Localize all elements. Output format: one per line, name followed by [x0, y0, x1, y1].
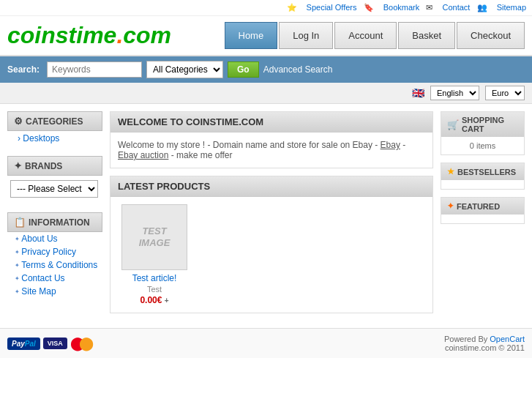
add-to-cart-icon[interactable]: + — [165, 297, 169, 305]
bestsellers-header: ★ BESTSELLERS — [441, 163, 524, 180]
payment-icons: PayPal VISA ⬤⬤ — [7, 335, 94, 351]
product-link[interactable]: Test article! — [132, 273, 177, 283]
categories-section: ⚙ CATEGORIES Desktops — [7, 111, 102, 146]
cart-section: 🛒 SHOPPING CART 0 items — [441, 111, 525, 155]
content: WELCOME TO COINSTIME.COM Welcome to my s… — [110, 111, 433, 321]
welcome-body: Welcome to my store ! - Domain name and … — [110, 133, 432, 168]
footer-right: Powered By OpenCart coinstime.com © 2011 — [444, 335, 525, 352]
information-title: 📋 INFORMATION — [7, 212, 102, 232]
welcome-text: Welcome to my store ! - Domain name and … — [118, 140, 381, 150]
welcome-text3: - make me offer — [171, 150, 233, 160]
search-input[interactable] — [47, 61, 142, 78]
bestsellers-body — [441, 180, 524, 189]
test-image-text: TESTIMAGE — [136, 223, 173, 251]
copyright-text: coinstime.com © 2011 — [445, 343, 525, 352]
latest-products-section: LATEST PRODUCTS TESTIMAGE Test article! … — [110, 176, 433, 313]
ebay-auction-link[interactable]: Ebay auction — [118, 150, 168, 160]
opencart-link[interactable]: OpenCart — [490, 335, 525, 343]
contact-link[interactable]: Contact — [442, 3, 470, 12]
welcome-section: WELCOME TO COINSTIME.COM Welcome to my s… — [110, 111, 433, 168]
right-sidebar: 🛒 SHOPPING CART 0 items ★ BESTSELLERS ✦ … — [441, 111, 525, 321]
logo-dot: . — [116, 22, 123, 48]
login-button[interactable]: Log In — [279, 22, 333, 49]
info-icon: 📋 — [14, 217, 26, 228]
featured-header: ✦ FEATURED — [441, 198, 524, 215]
contact-us-link[interactable]: Contact Us — [7, 272, 102, 285]
sitemap-link[interactable]: Sitemap — [497, 3, 526, 12]
left-sidebar: ⚙ CATEGORIES Desktops ✦ BRANDS --- Pleas… — [7, 111, 102, 321]
advanced-search-link[interactable]: Advanced Search — [263, 64, 333, 75]
logo-com: com — [123, 22, 171, 48]
about-us-item: About Us — [7, 232, 102, 245]
basket-button[interactable]: Basket — [398, 22, 455, 49]
currency-select[interactable]: Euro — [485, 86, 525, 100]
featured-section: ✦ FEATURED — [441, 197, 525, 224]
ebay-link[interactable]: Ebay — [381, 140, 400, 150]
special-offers-link[interactable]: Special Offers — [307, 3, 357, 12]
product-price: 0.00€ + — [118, 295, 191, 305]
star-icon: ★ — [447, 167, 454, 176]
footer: PayPal VISA ⬤⬤ Powered By OpenCart coins… — [0, 328, 532, 358]
product-image: TESTIMAGE — [121, 204, 187, 270]
brands-section: ✦ BRANDS --- Please Select --- — [7, 156, 102, 202]
logo: coinstime.com — [7, 22, 225, 49]
welcome-header: WELCOME TO COINSTIME.COM — [110, 112, 432, 133]
topbar: ⭐ Special Offers 🔖 Bookmark ✉ Contact 👥 … — [0, 0, 532, 16]
special-offers-icon: ⭐ — [287, 3, 297, 12]
powered-by-text: Powered By — [444, 335, 490, 343]
cart-icon: 🛒 — [447, 119, 459, 130]
site-map-item: Site Map — [7, 285, 102, 298]
about-us-link[interactable]: About Us — [7, 232, 102, 245]
product-desc: Test — [118, 285, 191, 294]
nav-buttons: Home Log In Account Basket Checkout — [225, 22, 525, 49]
featured-body — [441, 215, 524, 223]
flag-icon: 🇬🇧 — [412, 87, 424, 99]
categories-title: ⚙ CATEGORIES — [7, 111, 102, 131]
terms-link[interactable]: Terms & Conditions — [7, 258, 102, 272]
main: ⚙ CATEGORIES Desktops ✦ BRANDS --- Pleas… — [0, 104, 532, 328]
welcome-text2: - — [402, 140, 405, 150]
language-select[interactable]: English — [430, 86, 479, 100]
desktops-link[interactable]: Desktops — [7, 131, 102, 146]
bestsellers-section: ★ BESTSELLERS — [441, 163, 525, 190]
bookmark-link[interactable]: Bookmark — [383, 3, 420, 12]
account-button[interactable]: Account — [334, 22, 397, 49]
contact-us-item: Contact Us — [7, 272, 102, 285]
brands-title: ✦ BRANDS — [7, 156, 102, 176]
products-grid: TESTIMAGE Test article! Test 0.00€ + — [110, 197, 432, 313]
brands-icon: ✦ — [14, 160, 22, 171]
terms-item: Terms & Conditions — [7, 258, 102, 272]
featured-icon: ✦ — [447, 201, 454, 211]
product-name: Test article! — [118, 273, 191, 283]
checkout-button[interactable]: Checkout — [457, 22, 525, 49]
home-button[interactable]: Home — [225, 22, 278, 49]
searchbar: Search: All Categories Go Advanced Searc… — [0, 56, 532, 83]
sitemap-icon: 👥 — [477, 3, 487, 12]
brands-select[interactable]: --- Please Select --- — [10, 180, 98, 198]
contact-icon: ✉ — [426, 3, 432, 12]
cart-header: 🛒 SHOPPING CART — [441, 112, 524, 137]
sidebar-item-desktops: Desktops — [7, 131, 102, 146]
site-map-link[interactable]: Site Map — [7, 285, 102, 298]
search-label: Search: — [7, 64, 40, 75]
privacy-policy-item: Privacy Policy — [7, 245, 102, 258]
go-button[interactable]: Go — [228, 61, 259, 78]
header: coinstime.com Home Log In Account Basket… — [0, 16, 532, 56]
visa-icon: VISA — [43, 338, 67, 349]
product-card: TESTIMAGE Test article! Test 0.00€ + — [118, 204, 191, 305]
langbar: 🇬🇧 English Euro — [0, 83, 532, 104]
logo-green: coinstime — [7, 22, 116, 48]
paypal-icon: PayPal — [7, 338, 40, 350]
latest-products-header: LATEST PRODUCTS — [110, 176, 432, 197]
categories-icon: ⚙ — [14, 116, 23, 127]
bookmark-icon: 🔖 — [364, 3, 374, 12]
category-select[interactable]: All Categories — [146, 61, 223, 78]
cart-body: 0 items — [441, 137, 524, 154]
mastercard-icon: ⬤⬤ — [70, 335, 94, 351]
privacy-policy-link[interactable]: Privacy Policy — [7, 245, 102, 258]
information-section: 📋 INFORMATION About Us Privacy Policy Te… — [7, 212, 102, 298]
